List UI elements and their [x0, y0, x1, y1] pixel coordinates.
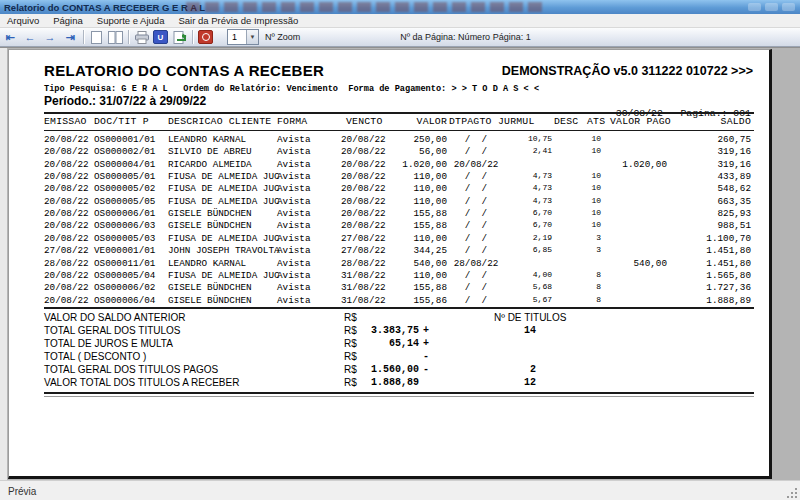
report-page: RELATORIO DO CONTAS A RECEBER DEMONSTRAÇ… [8, 49, 772, 479]
summary-label: TOTAL DE JUROS E MULTA [44, 338, 173, 349]
preview-left-gutter [0, 48, 7, 481]
summary-row: TOTAL ( DESCONTO )R$- [9, 351, 769, 364]
menu-item-sair-da-pr-via-de-impress-o[interactable]: Sair da Prévia de Impressão [171, 15, 305, 26]
summary-currency: R$ [344, 338, 357, 349]
cell-jurmul: 4,73 [533, 196, 552, 205]
table-row: 20/08/22OS000006/04GISELE BÜNDCHENAvista… [9, 295, 769, 307]
cell-emissao: 20/08/22 [44, 196, 89, 207]
col-vencto: VENCTO [346, 116, 382, 127]
summary-currency: R$ [344, 377, 357, 388]
col-emissao: EMISSAO [44, 116, 87, 127]
menu-bar: ArquivoPáginaSuporte e AjudaSair da Prév… [0, 14, 800, 28]
summary-count: 14 [524, 325, 536, 336]
cell-cliente: FIUSA DE ALMEIDA JUC [168, 171, 280, 182]
table-row: 20/08/22OS000006/01GISELE BÜNDCHENAvista… [9, 208, 769, 220]
summary-value: 1.560,00 [371, 364, 419, 375]
table-row: 27/08/22VE000001/01JOHN JOSEPH TRAVOLTAA… [9, 245, 769, 257]
chevron-down-icon[interactable]: ▼ [246, 30, 258, 44]
close-preview-icon[interactable] [197, 30, 214, 45]
summary-label: TOTAL ( DESCONTO ) [44, 351, 146, 362]
report-filters: Tipo Pesquisa: G E R A L Ordem do Relató… [44, 84, 539, 94]
cell-saldo: 548,62 [718, 183, 751, 194]
cell-cliente: JOHN JOSEPH TRAVOLTA [168, 245, 280, 256]
last-page-button[interactable]: ⇥ [61, 30, 79, 45]
cell-jurmul: 6,70 [533, 220, 552, 229]
titles-count-header: Nº DE TITULOS [494, 312, 566, 323]
title-bar: Relatorio do CONTAS A RECEBER G E R A L [0, 0, 800, 14]
cell-forma: Avista [277, 183, 310, 194]
menu-item-arquivo[interactable]: Arquivo [0, 15, 46, 26]
close-button[interactable] [782, 3, 795, 11]
cell-emissao: 20/08/22 [44, 171, 89, 182]
cell-emissao: 20/08/22 [44, 282, 89, 293]
print-setup-icon[interactable]: U [152, 30, 169, 45]
cell-doc: OS000006/04 [94, 295, 155, 306]
cell-forma: Avista [277, 196, 310, 207]
cell-emissao: 20/08/22 [44, 159, 89, 170]
cell-vencto: 20/08/22 [341, 208, 386, 219]
cell-jurmul: 4,00 [533, 270, 552, 279]
cell-jurmul: 2,41 [533, 146, 552, 155]
cell-emissao: 20/08/22 [44, 295, 89, 306]
cell-emissao: 20/08/22 [44, 134, 89, 145]
summary-label: TOTAL GERAL DOS TITULOS [44, 325, 181, 336]
cell-cliente: LEANDRO KARNAL [168, 134, 246, 145]
cell-valor: 155,88 [414, 220, 447, 231]
next-page-button[interactable]: → [41, 30, 59, 45]
cell-vencto: 20/08/22 [341, 183, 386, 194]
cell-jurmul: 6,85 [533, 245, 552, 254]
table-row: 20/08/22OS000005/04FIUSA DE ALMEIDA JUCA… [9, 270, 769, 282]
cell-forma: Avista [277, 171, 310, 182]
cell-forma: Avista [277, 245, 310, 256]
cell-saldo: 825,93 [718, 208, 751, 219]
zoom-select[interactable]: 1 ▼ [227, 29, 259, 45]
titlebar-watermark [186, 2, 546, 12]
zoom-select-value: 1 [228, 32, 246, 42]
cell-vencto: 20/08/22 [341, 146, 386, 157]
cell-saldo: 260,75 [718, 134, 751, 145]
cell-ats: 10 [591, 171, 601, 180]
menu-item-suporte-e-ajuda[interactable]: Suporte e Ajuda [90, 15, 172, 26]
cell-dtpagto: / / [447, 282, 505, 293]
minimize-button[interactable] [748, 3, 761, 11]
cell-emissao: 20/08/22 [44, 183, 89, 194]
summary-value: 65,14 [389, 338, 419, 349]
print-icon[interactable] [133, 30, 150, 45]
summary-row: TOTAL GERAL DOS TITULOSR$3.383,75+14 [9, 325, 769, 338]
summary-sign: + [423, 325, 429, 336]
cell-doc: OS000005/01 [94, 171, 155, 182]
cell-ats: 10 [591, 220, 601, 229]
toolbar-separator [128, 30, 129, 44]
cell-doc: OS000006/01 [94, 208, 155, 219]
summary-value: 1.888,89 [371, 377, 419, 388]
prev-page-button[interactable]: ← [21, 30, 39, 45]
table-row: 20/08/22OS000006/02GISELE BÜNDCHENAvista… [9, 282, 769, 294]
cell-ats: 3 [596, 245, 601, 254]
cell-saldo: 1.451,80 [706, 258, 751, 269]
cell-valor: 110,00 [414, 196, 447, 207]
cell-cliente: RICARDO ALMEIDA [168, 159, 252, 170]
resize-grip[interactable] [786, 487, 798, 499]
table-row: 20/08/22OS000002/01SILVIO DE ABREUAvista… [9, 146, 769, 158]
cell-cliente: FIUSA DE ALMEIDA JUC [168, 183, 280, 194]
cell-valor: 110,00 [414, 270, 447, 281]
maximize-button[interactable] [765, 3, 778, 11]
cell-dtpagto: / / [447, 233, 505, 244]
export-image-icon[interactable] [171, 30, 188, 45]
menu-item-p-gina[interactable]: Página [46, 15, 90, 26]
print-preview-area[interactable]: RELATORIO DO CONTAS A RECEBER DEMONSTRAÇ… [0, 47, 800, 481]
cell-saldo: 1.451,80 [706, 245, 751, 256]
cell-forma: Avista [277, 159, 310, 170]
single-page-view-icon[interactable] [88, 30, 105, 45]
cell-doc: OS000005/05 [94, 196, 155, 207]
cell-ats: 3 [596, 233, 601, 242]
cell-dtpagto: / / [447, 171, 505, 182]
summary-sign: - [423, 351, 429, 362]
col-cliente: DESCRICAO CLIENTE [168, 116, 271, 127]
cell-doc: OS000001/01 [94, 134, 155, 145]
first-page-button[interactable]: ⇤ [1, 30, 19, 45]
two-page-view-icon[interactable] [107, 30, 124, 45]
cell-doc: OS000002/01 [94, 146, 155, 157]
cell-emissao: 20/08/22 [44, 146, 89, 157]
cell-saldo: 1.888,89 [706, 295, 751, 306]
